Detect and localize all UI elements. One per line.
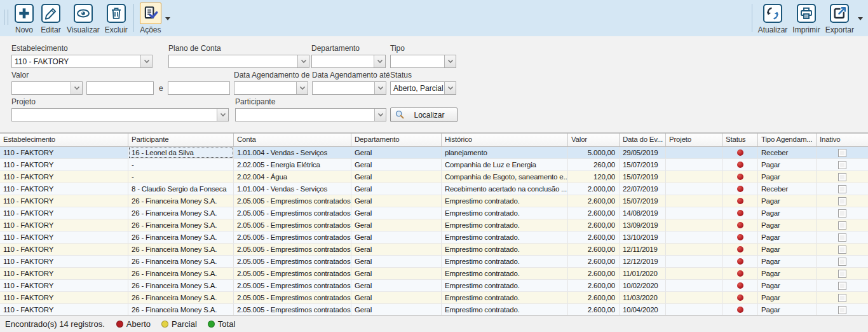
chevron-down-icon[interactable]	[374, 82, 386, 94]
cell-status[interactable]	[722, 304, 758, 315]
cell-status[interactable]	[722, 292, 758, 303]
cell-data-evento[interactable]: 12/11/2019	[620, 244, 666, 255]
inativo-checkbox[interactable]	[838, 246, 846, 254]
cell-data-evento[interactable]: 10/02/2020	[620, 280, 666, 291]
cell-tipo-agendamento[interactable]: Pagar	[758, 280, 817, 291]
acoes-button[interactable]: Ações	[138, 2, 163, 35]
cell-projeto[interactable]	[666, 219, 722, 231]
cell-estabelecimento[interactable]: 110 - FAKTORY	[0, 183, 128, 195]
cell-conta[interactable]: 2.05.005 - Emprestimos contratados	[234, 207, 351, 219]
table-row[interactable]: 110 - FAKTORY - 2.02.005 - Energia Elétr…	[0, 159, 868, 171]
table-row[interactable]: 110 - FAKTORY 26 - Financeira Money S.A.…	[0, 280, 868, 292]
inativo-checkbox[interactable]	[838, 306, 846, 314]
cell-conta[interactable]: 2.05.005 - Emprestimos contratados	[234, 244, 351, 255]
cell-conta[interactable]: 2.05.005 - Emprestimos contratados	[234, 292, 351, 303]
cell-participante[interactable]: 26 - Financeira Money S.A.	[128, 292, 234, 303]
exportar-button[interactable]: Exportar	[824, 2, 856, 35]
table-row[interactable]: 110 - FAKTORY 26 - Financeira Money S.A.…	[0, 268, 868, 280]
cell-tipo-agendamento[interactable]: Receber	[758, 147, 817, 158]
cell-valor[interactable]: 2.600,00	[568, 232, 620, 243]
cell-participante[interactable]: 8 - Claudio Sergio da Fonseca	[128, 183, 234, 195]
cell-participante[interactable]: 26 - Financeira Money S.A.	[128, 256, 234, 267]
cell-projeto[interactable]	[666, 256, 722, 267]
cell-status[interactable]	[722, 195, 758, 207]
visualizar-button[interactable]: Visualizar	[65, 2, 102, 35]
plano-conta-select[interactable]	[168, 55, 309, 68]
cell-participante[interactable]: 26 - Financeira Money S.A.	[128, 280, 234, 291]
col-header-projeto[interactable]: Projeto	[666, 134, 722, 146]
cell-estabelecimento[interactable]: 110 - FAKTORY	[0, 280, 128, 291]
cell-tipo-agendamento[interactable]: Pagar	[758, 195, 817, 207]
inativo-checkbox[interactable]	[838, 161, 846, 169]
cell-tipo-agendamento[interactable]: Receber	[758, 183, 817, 195]
cell-data-evento[interactable]: 11/01/2020	[620, 268, 666, 279]
cell-historico[interactable]: Emprestimo contratado.	[442, 219, 568, 231]
cell-tipo-agendamento[interactable]: Pagar	[758, 244, 817, 255]
chevron-down-icon[interactable]	[140, 55, 152, 67]
col-header-data-evento[interactable]: Data do Ev...	[620, 134, 666, 146]
cell-status[interactable]	[722, 183, 758, 195]
cell-historico[interactable]: Emprestimo contratado.	[442, 256, 568, 267]
cell-participante[interactable]: 26 - Financeira Money S.A.	[128, 304, 234, 315]
cell-valor[interactable]: 260,00	[568, 159, 620, 170]
cell-departamento[interactable]: Geral	[351, 219, 442, 231]
cell-departamento[interactable]: Geral	[351, 195, 442, 207]
table-row[interactable]: 110 - FAKTORY 26 - Financeira Money S.A.…	[0, 195, 868, 207]
cell-conta[interactable]: 2.05.005 - Emprestimos contratados	[234, 195, 351, 207]
table-row[interactable]: 110 - FAKTORY 26 - Financeira Money S.A.…	[0, 292, 868, 304]
cell-valor[interactable]: 2.600,00	[568, 268, 620, 279]
cell-valor[interactable]: 2.600,00	[568, 304, 620, 315]
cell-conta[interactable]: 2.05.005 - Emprestimos contratados	[234, 219, 351, 231]
cell-tipo-agendamento[interactable]: Pagar	[758, 292, 817, 303]
inativo-checkbox[interactable]	[838, 185, 846, 193]
cell-estabelecimento[interactable]: 110 - FAKTORY	[0, 195, 128, 207]
cell-projeto[interactable]	[666, 207, 722, 219]
tipo-select[interactable]	[390, 55, 456, 68]
inativo-checkbox[interactable]	[838, 173, 846, 181]
cell-conta[interactable]: 2.05.005 - Emprestimos contratados	[234, 280, 351, 291]
inativo-checkbox[interactable]	[838, 197, 846, 205]
cell-valor[interactable]: 2.000,00	[568, 183, 620, 195]
cell-tipo-agendamento[interactable]: Pagar	[758, 256, 817, 267]
inativo-checkbox[interactable]	[838, 209, 846, 218]
inativo-checkbox[interactable]	[838, 233, 846, 242]
cell-data-evento[interactable]: 10/04/2020	[620, 304, 666, 315]
cell-data-evento[interactable]: 22/07/2019	[620, 183, 666, 195]
col-header-conta[interactable]: Conta	[234, 134, 351, 146]
cell-departamento[interactable]: Geral	[351, 268, 442, 279]
cell-historico[interactable]: Companhia de Esgoto, saneamento e...	[442, 171, 568, 183]
cell-tipo-agendamento[interactable]: Pagar	[758, 207, 817, 219]
cell-valor[interactable]: 2.600,00	[568, 195, 620, 207]
cell-historico[interactable]: Recebimento acertado na conclusão ...	[442, 183, 568, 195]
cell-estabelecimento[interactable]: 110 - FAKTORY	[0, 219, 128, 231]
cell-tipo-agendamento[interactable]: Pagar	[758, 219, 817, 231]
cell-participante[interactable]: -	[128, 159, 234, 170]
table-row[interactable]: 110 - FAKTORY 16 - Leonel da Silva 1.01.…	[0, 147, 868, 159]
cell-projeto[interactable]	[666, 304, 722, 315]
cell-valor[interactable]: 2.600,00	[568, 219, 620, 231]
cell-projeto[interactable]	[666, 244, 722, 255]
cell-conta[interactable]: 1.01.004 - Vendas - Serviços	[234, 183, 351, 195]
col-header-status[interactable]: Status	[722, 134, 758, 146]
table-row[interactable]: 110 - FAKTORY 26 - Financeira Money S.A.…	[0, 244, 868, 256]
cell-status[interactable]	[722, 256, 758, 267]
cell-status[interactable]	[722, 207, 758, 219]
cell-historico[interactable]: Emprestimo contratado.	[442, 292, 568, 303]
cell-status[interactable]	[722, 268, 758, 279]
projeto-select[interactable]	[11, 108, 229, 121]
chevron-down-icon[interactable]	[297, 55, 309, 67]
cell-data-evento[interactable]: 15/07/2019	[620, 171, 666, 183]
cell-participante[interactable]: -	[128, 171, 234, 183]
cell-projeto[interactable]	[666, 147, 722, 158]
cell-tipo-agendamento[interactable]: Pagar	[758, 232, 817, 243]
cell-data-evento[interactable]: 29/05/2019	[620, 147, 666, 158]
cell-departamento[interactable]: Geral	[351, 207, 442, 219]
cell-historico[interactable]: Emprestimo contratado.	[442, 268, 568, 279]
cell-participante[interactable]: 26 - Financeira Money S.A.	[128, 268, 234, 279]
cell-data-evento[interactable]: 15/07/2019	[620, 195, 666, 207]
cell-departamento[interactable]: Geral	[351, 183, 442, 195]
cell-projeto[interactable]	[666, 183, 722, 195]
cell-conta[interactable]: 2.02.005 - Energia Elétrica	[234, 159, 351, 170]
table-row[interactable]: 110 - FAKTORY 26 - Financeira Money S.A.…	[0, 232, 868, 244]
data-agendamento-de-select[interactable]	[234, 81, 308, 95]
